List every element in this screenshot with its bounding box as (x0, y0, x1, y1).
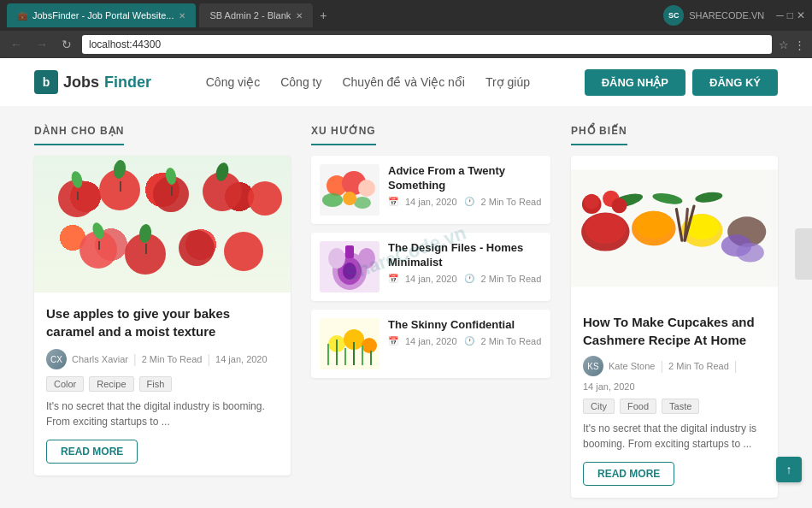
trend-meta-2: 📅 14 jan, 2020 🕐 2 Min To Read (388, 274, 542, 284)
nav-trogiup[interactable]: Trợ giúp (485, 75, 530, 89)
featured-image-bg (34, 156, 291, 292)
popular-tags: City Food Taste (583, 399, 766, 414)
popular-title: PHỔ BIẾN (571, 125, 627, 145)
browser-tabs: 💼 JobsFinder - Job Portal Website... ✕ S… (7, 3, 658, 27)
browser-logo: SC (663, 5, 684, 26)
tab-label-2: SB Admin 2 - Blank (209, 10, 291, 21)
trend-image-3-svg (320, 318, 380, 369)
svg-rect-15 (77, 192, 79, 200)
close-window-button[interactable]: ✕ (797, 9, 805, 21)
browser-nav: ← → ↻ localhost:44300 ☆ ⋮ (0, 31, 812, 58)
featured-excerpt: It's no secret that the digital industry… (46, 399, 279, 429)
trend-thumb-1 (320, 164, 380, 216)
trend-image-1-svg (320, 164, 380, 216)
popular-read-more-button[interactable]: READ MORE (583, 462, 674, 486)
popular-image-svg (571, 156, 778, 301)
trend-date-2: 14 jan, 2020 (405, 274, 457, 284)
nav-congty[interactable]: Công ty (280, 75, 321, 89)
main-nav: Công việc Công ty Chuyên đề và Việc nổi … (206, 75, 530, 89)
new-tab-button[interactable]: + (316, 9, 330, 22)
logo-finder: Finder (104, 74, 151, 92)
trend-title-3: The Skinny Confidential (388, 318, 542, 333)
popular-image (571, 156, 778, 301)
settings-icon[interactable]: ⋮ (794, 38, 805, 51)
featured-read-time: 2 Min To Read (142, 354, 203, 364)
clock-icon-3: 🕐 (464, 336, 474, 346)
tab-close-1[interactable]: ✕ (179, 11, 185, 21)
cal-icon-1: 📅 (388, 197, 398, 206)
forward-button[interactable]: → (32, 36, 51, 53)
featured-card-title: Use apples to give your bakes caramel an… (46, 304, 279, 340)
trend-meta-3: 📅 14 jan, 2020 🕐 2 Min To Read (388, 336, 542, 346)
svg-point-60 (737, 243, 764, 263)
author-avatar: CX (46, 349, 67, 369)
maximize-button[interactable]: □ (787, 9, 793, 21)
login-button[interactable]: ĐĂNG NHẬP (585, 69, 685, 96)
popular-card-title: How To Make Cupcakes and Cashmere Recipe… (583, 313, 766, 349)
svg-point-4 (248, 181, 282, 216)
browser-chrome: 💼 JobsFinder - Job Portal Website... ✕ S… (0, 0, 812, 31)
svg-point-7 (179, 230, 215, 266)
feedback-widget[interactable] (795, 228, 812, 280)
svg-rect-16 (120, 181, 121, 192)
popular-tag-city[interactable]: City (583, 399, 615, 414)
featured-card-body: Use apples to give your bakes caramel an… (34, 292, 291, 476)
popular-date: 14 jan, 2020 (583, 381, 635, 392)
address-text: localhost:44300 (89, 38, 161, 50)
featured-card: Use apples to give your bakes caramel an… (34, 156, 291, 476)
logo-jobs: Jobs (63, 74, 99, 92)
featured-read-more-button[interactable]: READ MORE (46, 440, 138, 464)
author-name: Charls Xaviar (72, 354, 128, 364)
svg-rect-33 (345, 245, 354, 258)
tab-1[interactable]: 💼 JobsFinder - Job Portal Website... ✕ (7, 3, 196, 27)
tag-color[interactable]: Color (46, 376, 84, 392)
author-row: CX Charls Xaviar | 2 Min To Read | 14 ja… (46, 349, 279, 369)
clock-icon-1: 🕐 (464, 197, 474, 206)
trend-info-3: The Skinny Confidential 📅 14 jan, 2020 🕐… (388, 318, 542, 346)
svg-point-30 (343, 263, 356, 280)
tab-close-2[interactable]: ✕ (296, 11, 303, 21)
minimize-button[interactable]: ─ (776, 9, 784, 21)
svg-rect-17 (171, 186, 173, 196)
trend-image-2-svg (320, 241, 380, 292)
svg-point-8 (224, 232, 263, 271)
popular-read-time: 2 Min To Read (668, 361, 729, 371)
nav-chuyende[interactable]: Chuyên đề và Việc nổi (342, 75, 464, 89)
for-you-title: DÀNH CHO BẠN (34, 125, 124, 145)
bookmark-icon[interactable]: ☆ (779, 38, 789, 51)
browser-title: SHARECODE.VN (689, 10, 764, 21)
popular-section: PHỔ BIẾN (571, 123, 778, 498)
svg-point-24 (322, 193, 343, 207)
nav-congviec[interactable]: Công việc (206, 75, 260, 89)
svg-point-23 (358, 180, 375, 197)
tab-label-1: JobsFinder - Job Portal Website... (32, 10, 174, 21)
popular-tag-taste[interactable]: Taste (662, 399, 699, 414)
tab-2[interactable]: SB Admin 2 - Blank ✕ (199, 3, 313, 27)
cal-icon-3: 📅 (388, 336, 398, 346)
trend-date-1: 14 jan, 2020 (405, 197, 457, 207)
trend-info-1: Advice From a Twenty Something 📅 14 jan,… (388, 164, 542, 207)
svg-point-58 (612, 198, 627, 214)
trending-title: XU HƯỚNG (311, 125, 376, 145)
register-button[interactable]: ĐĂNG KÝ (692, 69, 778, 96)
for-you-section: DÀNH CHO BẠN (34, 123, 291, 498)
trend-readtime-1: 2 Min To Read (481, 197, 542, 207)
svg-point-48 (635, 211, 673, 239)
svg-point-25 (354, 197, 371, 209)
site-header: b Jobs Finder Công việc Công ty Chuyên đ… (0, 58, 812, 106)
tag-fish[interactable]: Fish (139, 376, 173, 392)
trend-date-3: 14 jan, 2020 (405, 336, 457, 346)
address-bar[interactable]: localhost:44300 (82, 35, 772, 54)
trend-item-1: Advice From a Twenty Something 📅 14 jan,… (311, 156, 550, 224)
featured-image-svg (34, 156, 291, 292)
popular-card: How To Make Cupcakes and Cashmere Recipe… (571, 156, 778, 498)
popular-author-avatar: KS (583, 356, 603, 376)
popular-excerpt: It's no secret that the digital industry… (583, 421, 766, 452)
popular-tag-food[interactable]: Food (620, 399, 656, 414)
reload-button[interactable]: ↻ (58, 36, 75, 53)
back-button[interactable]: ← (7, 36, 26, 53)
tag-recipe[interactable]: Recipe (89, 376, 133, 392)
trend-thumb-3 (320, 318, 380, 369)
logo: b Jobs Finder (34, 70, 151, 94)
scroll-top-button[interactable]: ↑ (776, 457, 802, 482)
